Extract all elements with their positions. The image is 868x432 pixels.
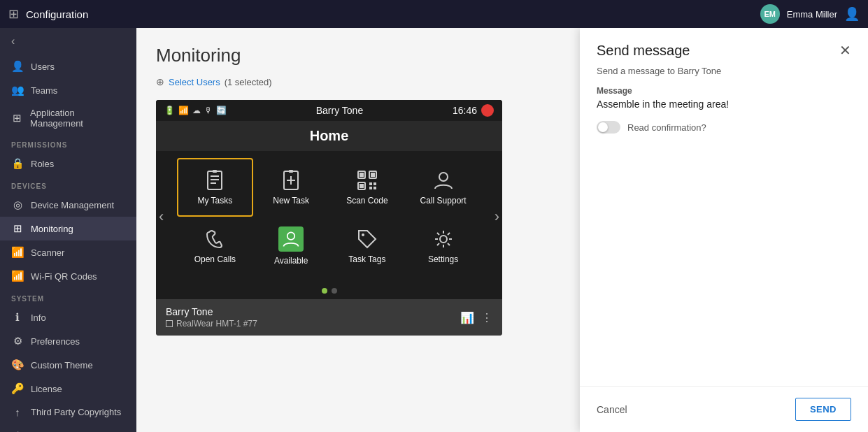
app-new-task[interactable]: New Task [253,158,329,217]
cloud-icon: ☁ [192,106,201,115]
sidebar-item-label: Third Party Copyrights [31,407,121,417]
battery-icon: 🔋 [164,106,175,115]
select-users-link[interactable]: Select Users [169,77,220,87]
device-square-icon [166,320,173,327]
add-circle-icon: ⊕ [156,76,164,87]
device-time: 16:46 [453,105,477,116]
sidebar-item-wifi-qr[interactable]: 📶 Wi-Fi QR Codes [0,264,136,288]
task-tags-icon [356,228,378,250]
svg-rect-16 [369,182,372,185]
available-icon [281,229,301,249]
svg-point-23 [440,236,447,243]
monitoring-icon: ⊞ [11,222,24,235]
send-panel-footer: Cancel SEND [580,386,868,432]
app-label-settings: Settings [428,254,458,264]
sidebar-item-label: Custom Theme [31,360,93,370]
device-screen: 🔋 📶 ☁ 🎙 🔄 Barry Tone 16:46 Home ‹ [156,100,502,299]
new-task-icon [280,169,302,192]
users-icon: 👤 [11,60,24,73]
nav-next-button[interactable]: › [495,208,499,226]
available-green-box [278,226,304,252]
sidebar-item-users[interactable]: 👤 Users [0,55,136,78]
call-support-icon [432,169,455,192]
device-sub: RealWear HMT-1 #77 [166,319,257,329]
scan-code-icon [356,169,378,192]
device-time-area: 16:46 [453,104,494,117]
home-bar: Home [156,121,502,151]
person-icon[interactable]: 👤 [844,6,860,22]
more-options-icon[interactable]: ⋮ [481,311,492,324]
sidebar-item-monitoring[interactable]: ⊞ Monitoring [0,217,136,240]
bar-chart-icon[interactable]: 📊 [460,311,474,324]
status-icons: 🔋 📶 ☁ 🎙 🔄 [164,106,227,115]
disconnect-button[interactable] [481,104,494,117]
sidebar-item-label: Application Management [30,108,125,129]
app-mgmt-icon: ⊞ [11,112,23,124]
sidebar-item-third-party[interactable]: ↑ Third Party Copyrights [0,401,136,424]
svg-point-21 [287,232,295,240]
app-my-tasks[interactable]: My Tasks [177,158,253,217]
preferences-icon: ⚙ [11,335,24,347]
sidebar-item-label: License [31,384,62,394]
dots-row [156,282,502,299]
svg-point-20 [439,173,448,181]
send-message-panel: Send message ✕ Send a message to Barry T… [580,28,868,432]
send-button[interactable]: SEND [795,398,851,421]
sidebar-item-teams[interactable]: 👥 Teams [0,78,136,102]
sidebar-item-device-management[interactable]: ◎ Device Management [0,193,136,217]
svg-rect-18 [369,187,372,189]
sidebar-item-label: Roles [31,159,54,169]
app-label-call-support: Call Support [420,196,467,206]
topbar-right: EM Emma Miller 👤 [760,4,860,24]
device-card: 🔋 📶 ☁ 🎙 🔄 Barry Tone 16:46 Home ‹ [156,100,502,336]
section-system: SYSTEM [0,288,136,305]
username: Emma Miller [787,9,837,20]
sidebar-item-custom-theme[interactable]: 🎨 Custom Theme [0,353,136,377]
sidebar-item-info[interactable]: ℹ Info [0,305,136,329]
device-user-display: Barry Tone [316,105,363,116]
cancel-button[interactable]: Cancel [597,398,627,421]
app-scan-code[interactable]: Scan Code [329,158,406,217]
sidebar-back-button[interactable]: ‹ [0,28,136,55]
send-panel-title: Send message [597,43,690,59]
wifi-icon: 📶 [11,270,24,282]
sidebar-item-error-reporting[interactable]: ⚠ Error Reporting [0,424,136,432]
dot-1 [322,288,327,294]
svg-rect-17 [373,182,376,185]
topbar-left: ⊞ Configuration [8,6,88,22]
device-info-bar: Barry Tone RealWear HMT-1 #77 📊 ⋮ [156,299,502,336]
svg-rect-11 [360,173,364,177]
app-open-calls[interactable]: Open Calls [177,217,253,275]
mic-icon: 🎙 [204,106,213,115]
sidebar-item-preferences[interactable]: ⚙ Preferences [0,329,136,353]
nav-prev-button[interactable]: ‹ [159,208,164,226]
sidebar-item-label: Device Management [31,200,114,210]
sidebar-item-label: Info [31,312,46,323]
read-confirmation-toggle[interactable] [597,121,620,134]
app-settings[interactable]: Settings [405,217,481,275]
toggle-thumb [598,122,608,132]
app-label-scan-code: Scan Code [346,196,387,206]
sidebar-item-scanner[interactable]: 📶 Scanner [0,240,136,264]
device-info-icons: 📊 ⋮ [460,311,492,324]
app-task-tags[interactable]: Task Tags [329,217,406,275]
sidebar-item-label: Preferences [31,336,80,347]
message-label: Message [580,86,868,99]
scanner-icon: 📶 [11,246,24,259]
sidebar-item-label: Monitoring [31,224,73,234]
sidebar-item-roles[interactable]: 🔒 Roles [0,152,136,175]
my-tasks-icon [204,169,226,192]
sidebar-item-label: Users [31,62,55,72]
send-panel-header: Send message ✕ [580,28,868,66]
wifi-status-icon: 📶 [178,106,189,115]
sidebar-item-license[interactable]: 🔑 License [0,377,136,401]
app-label-my-tasks: My Tasks [197,196,232,206]
svg-rect-13 [371,173,375,177]
sidebar-item-application-management[interactable]: ⊞ Application Management [0,102,136,134]
close-button[interactable]: ✕ [839,42,851,59]
sync-icon: 🔄 [216,106,227,115]
grid-icon[interactable]: ⊞ [8,6,19,22]
sidebar-item-label: Scanner [31,247,64,258]
app-call-support[interactable]: Call Support [405,158,481,217]
app-available[interactable]: Available [253,217,329,275]
